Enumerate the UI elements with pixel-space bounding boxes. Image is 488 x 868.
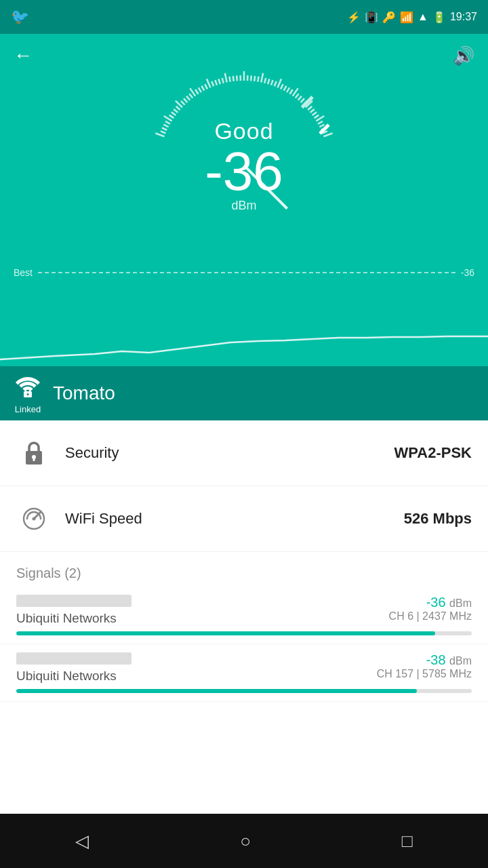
signal-dbm-unit-2: dBm [449,655,472,667]
gauge-section: ← 🔊 // We'll do this with SVG path inste… [0,34,488,366]
battery-icon: 🔋 [432,11,446,24]
svg-line-48 [298,96,302,100]
svg-line-33 [251,75,251,81]
svg-line-34 [254,76,255,81]
back-button[interactable]: ← [14,45,33,66]
nav-bar: ◁ ○ □ [0,814,488,868]
signal-dbm-unit-1: dBm [449,597,472,609]
svg-line-38 [268,79,269,84]
twitter-icon: 🐦 [11,8,29,26]
signal-dbm-1: -36 dBm [389,595,472,610]
signal-strength-1: -36 dBm CH 6 | 2437 MHz [389,595,472,623]
svg-line-55 [314,115,319,118]
signal-ssid-wrap-2: Ubiquiti Networks [16,652,377,684]
signal-bar-fill-1 [16,631,435,635]
bluetooth-icon: ⚡ [347,11,361,24]
signal-top-1: Ubiquiti Networks -36 dBm CH 6 | 2437 MH… [16,595,472,626]
svg-line-14 [186,96,190,100]
signal-item-2: Ubiquiti Networks -38 dBm CH 157 | 5785 … [0,644,488,702]
gauge-container: // We'll do this with SVG path instead G… [129,71,359,260]
svg-line-41 [278,79,282,87]
gauge-value: -36 [205,144,283,199]
svg-line-2 [161,131,165,133]
signal-top-2: Ubiquiti Networks -38 dBm CH 157 | 5785 … [16,652,472,684]
svg-line-43 [284,86,287,91]
nav-back-button[interactable]: ◁ [75,831,89,852]
wifi-icon: 📶 [400,11,413,24]
svg-line-24 [219,79,220,84]
svg-line-45 [289,90,292,94]
status-bar-right: ⚡ 📳 🔑 📶 ▲ 🔋 19:37 [347,11,477,24]
svg-line-17 [195,90,198,94]
svg-line-13 [184,98,187,102]
network-name: Tomato [53,382,115,404]
vibrate-icon: 📳 [365,11,378,24]
svg-line-10 [176,106,180,110]
svg-line-36 [261,73,263,83]
sound-button[interactable]: 🔊 [453,45,474,66]
svg-line-49 [301,98,304,102]
svg-point-70 [33,517,36,521]
signal-icon: ▲ [418,11,428,23]
svg-line-19 [202,86,205,91]
security-label: Security [65,444,394,462]
signal-channel-1: CH 6 | 2437 MHz [389,610,472,623]
wifi-linked-icon-wrap: Linked [14,373,42,414]
chart-area: Best -36 [0,260,488,366]
svg-line-8 [171,112,176,115]
svg-line-52 [308,106,312,110]
svg-line-23 [215,80,217,85]
wifi-speed-row: WiFi Speed 526 Mbps [0,486,488,552]
svg-line-26 [225,73,227,83]
nav-home-button[interactable]: ○ [240,831,251,852]
signal-ssid-wrap-1: Ubiquiti Networks [16,595,389,626]
signal-strength-2: -38 dBm CH 157 | 5785 MHz [377,652,472,680]
svg-line-18 [199,87,201,92]
svg-line-25 [222,78,224,83]
svg-line-27 [229,77,230,82]
security-row: Security WPA2-PSK [0,420,488,486]
svg-line-1 [155,133,164,136]
svg-line-20 [205,84,207,89]
linked-label: Linked [15,404,41,414]
nav-recent-button[interactable]: □ [402,831,413,852]
best-label: Best [14,267,33,278]
svg-line-22 [211,81,214,86]
network-bar: Linked Tomato [0,366,488,420]
info-section: Security WPA2-PSK WiFi Speed 526 Mbps Si… [0,420,488,702]
svg-line-28 [233,76,234,81]
svg-line-7 [169,115,174,118]
signal-bar-wrap-1 [16,631,472,635]
svg-line-61 [323,133,332,136]
security-value: WPA2-PSK [394,444,472,462]
vpn-icon: 🔑 [382,11,396,24]
svg-line-4 [163,125,168,127]
svg-line-37 [264,78,266,83]
time-display: 19:37 [450,11,477,23]
gauge-unit: dBm [231,199,256,213]
wifi-speed-label: WiFi Speed [65,510,404,528]
svg-line-29 [237,75,237,81]
signal-dbm-2: -38 dBm [377,652,472,668]
signal-network-2: Ubiquiti Networks [16,669,377,684]
signal-bar-wrap-2 [16,689,472,693]
signal-dbm-value-2: -38 [426,652,446,667]
wifi-speed-value: 526 Mbps [404,510,472,528]
svg-line-12 [181,101,185,105]
svg-line-42 [281,84,283,89]
svg-point-65 [27,393,29,395]
wifi-speed-icon [16,501,52,536]
svg-line-15 [189,94,192,98]
svg-line-40 [274,81,277,86]
best-value: -36 [461,267,474,278]
signal-ssid-1 [16,595,131,607]
svg-line-47 [296,94,299,98]
status-bar: 🐦 ⚡ 📳 🔑 📶 ▲ 🔋 19:37 [0,0,488,34]
signals-header: Signals (2) [0,552,488,587]
svg-line-3 [162,127,167,130]
signal-dbm-value-1: -36 [426,595,446,610]
signal-bar-fill-2 [16,689,417,693]
svg-line-53 [310,109,314,113]
svg-line-44 [287,87,289,92]
signal-network-1: Ubiquiti Networks [16,611,389,626]
